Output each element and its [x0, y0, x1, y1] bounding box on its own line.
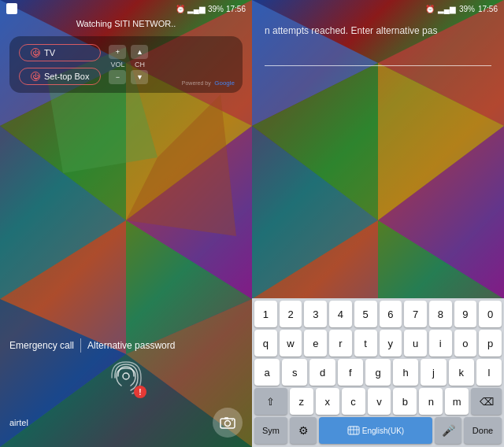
status-bar-left: ⏰ ▂▄▆ 39% 17:56 [0, 0, 252, 17]
right-panel: ⏰ ▂▄▆ 39% 17:56 n attempts reached. Ente… [252, 0, 504, 447]
password-input-area[interactable] [265, 44, 491, 66]
time-right: 17:56 [478, 5, 498, 13]
watching-text: Watching SITI NETWOR.. [0, 17, 252, 33]
key-0[interactable]: 0 [479, 301, 502, 327]
tv-button[interactable]: ⏻ TV [19, 44, 101, 61]
time-left: 17:56 [226, 5, 246, 13]
google-logo: Google [214, 79, 235, 87]
svg-point-15 [225, 421, 231, 427]
svg-point-13 [123, 373, 129, 379]
key-1[interactable]: 1 [254, 301, 277, 327]
settop-button[interactable]: ⏻ Set-top Box [19, 68, 101, 85]
key-j[interactable]: j [421, 359, 446, 386]
keyboard-row-q: q w e r t y u i o p [252, 327, 504, 356]
key-z[interactable]: z [290, 388, 313, 415]
settop-power-icon: ⏻ [31, 72, 40, 81]
key-n[interactable]: n [419, 388, 443, 415]
battery-left: 39% [208, 5, 224, 13]
lockscreen-message: n attempts reached. Enter alternative pa… [252, 17, 504, 41]
mic-key[interactable]: 🎤 [435, 417, 461, 444]
key-u[interactable]: u [404, 330, 427, 356]
powered-by: Powered by Google [182, 74, 235, 88]
key-5[interactable]: 5 [354, 301, 377, 327]
key-i[interactable]: i [429, 330, 452, 356]
lang-label: English(UK) [362, 427, 404, 435]
signal-icon-right: ▂▄▆ [438, 5, 456, 13]
tv-power-icon: ⏻ [31, 48, 40, 57]
battery-right: 39% [459, 5, 475, 13]
emergency-alt-row: Emergency call Alternative password [9, 338, 243, 353]
bottom-left: Emergency call Alternative password ! ai… [0, 332, 252, 447]
signal-icon-left: ▂▄▆ [187, 5, 206, 13]
backspace-key[interactable]: ⌫ [471, 388, 502, 415]
alarm-icon-left: ⏰ [176, 5, 185, 13]
vol-down-button[interactable]: − [109, 70, 126, 84]
key-v[interactable]: v [368, 388, 391, 415]
keyboard-row-a: a s d f g h j k l [252, 356, 504, 386]
svg-rect-16 [224, 417, 228, 419]
ch-down-button[interactable]: ▼ [131, 70, 148, 84]
shift-key[interactable]: ⇧ [254, 388, 287, 415]
left-panel: ⏰ ▂▄▆ 39% 17:56 Watching SITI NETWOR.. ⏻… [0, 0, 252, 447]
key-9[interactable]: 9 [454, 301, 477, 327]
remote-vol-ch: + VOL − ▲ CH ▼ [109, 45, 148, 84]
ch-controls: ▲ CH ▼ [131, 45, 148, 84]
keyboard-row-z: ⇧ z x c v b n m ⌫ [252, 386, 504, 415]
key-t[interactable]: t [354, 330, 377, 356]
key-2[interactable]: 2 [280, 301, 302, 327]
fingerprint-area: ! [9, 359, 243, 397]
key-l[interactable]: l [476, 359, 502, 386]
key-x[interactable]: x [316, 388, 339, 415]
vol-controls: + VOL − [109, 45, 126, 84]
key-4[interactable]: 4 [329, 301, 352, 327]
key-6[interactable]: 6 [380, 301, 402, 327]
camera-button[interactable] [213, 408, 243, 438]
key-m[interactable]: m [445, 388, 469, 415]
key-c[interactable]: c [342, 388, 365, 415]
carrier-text: airtel [9, 418, 28, 427]
status-right-icons: ⏰ ▂▄▆ 39% 17:56 [176, 5, 246, 13]
alternative-password-button[interactable]: Alternative password [87, 340, 175, 351]
key-k[interactable]: k [449, 359, 474, 386]
sym-key[interactable]: Sym [254, 417, 287, 444]
key-w[interactable]: w [280, 330, 302, 356]
settings-key[interactable]: ⚙ [290, 417, 317, 444]
key-r[interactable]: r [329, 330, 352, 356]
key-q[interactable]: q [254, 330, 277, 356]
key-s[interactable]: s [282, 359, 307, 386]
fingerprint-warning: ! [134, 386, 146, 398]
ch-up-button[interactable]: ▲ [131, 45, 148, 59]
key-h[interactable]: h [393, 359, 418, 386]
key-p[interactable]: p [479, 330, 502, 356]
fingerprint-icon[interactable]: ! [107, 359, 145, 397]
key-8[interactable]: 8 [429, 301, 452, 327]
key-b[interactable]: b [393, 388, 417, 415]
bottom-row: airtel [9, 405, 243, 441]
keyboard-row-numbers: 1 2 3 4 5 6 7 8 9 0 [252, 298, 504, 327]
key-a[interactable]: a [254, 359, 280, 386]
emergency-call-button[interactable]: Emergency call [9, 340, 74, 351]
divider [80, 338, 81, 353]
alarm-icon-right: ⏰ [425, 5, 435, 13]
svg-point-17 [232, 419, 233, 421]
key-f[interactable]: f [338, 359, 363, 386]
lang-key[interactable]: English(UK) [319, 417, 432, 444]
keyboard-bottom-row: Sym ⚙ English(UK) 🎤 Done [252, 415, 504, 447]
status-bar-right: ⏰ ▂▄▆ 39% 17:56 [252, 0, 504, 17]
key-d[interactable]: d [309, 359, 335, 386]
remote-buttons: ⏻ TV ⏻ Set-top Box [19, 44, 101, 85]
key-y[interactable]: y [380, 330, 402, 356]
key-o[interactable]: o [454, 330, 477, 356]
key-7[interactable]: 7 [404, 301, 427, 327]
keyboard-area: 1 2 3 4 5 6 7 8 9 0 q w e r t y u i o p … [252, 298, 504, 447]
key-g[interactable]: g [365, 359, 391, 386]
vol-up-button[interactable]: + [109, 45, 126, 59]
key-3[interactable]: 3 [304, 301, 327, 327]
keyboard-icon [347, 426, 360, 435]
remote-widget: ⏻ TV ⏻ Set-top Box + VOL − ▲ CH ▼ Powere… [9, 36, 243, 93]
done-key[interactable]: Done [464, 417, 502, 444]
key-e[interactable]: e [304, 330, 327, 356]
camera-icon [220, 415, 235, 430]
status-left-icons [6, 3, 17, 14]
notification-icon [6, 3, 17, 14]
